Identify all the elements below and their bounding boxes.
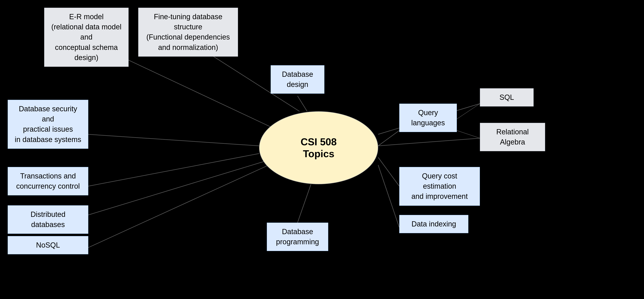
distributed-box: Distributed databases bbox=[8, 205, 88, 234]
svg-line-4 bbox=[88, 161, 265, 215]
svg-line-6 bbox=[298, 96, 307, 111]
svg-line-8 bbox=[378, 130, 399, 146]
diagram-container: E-R model (relational data model and con… bbox=[0, 0, 644, 299]
center-title: CSI 508 Topics bbox=[300, 136, 337, 160]
svg-line-7 bbox=[298, 184, 311, 222]
sql-box: SQL bbox=[480, 88, 534, 106]
svg-line-2 bbox=[88, 134, 259, 146]
transactions-box: Transactions and concurrency control bbox=[8, 167, 88, 195]
svg-line-10 bbox=[378, 138, 480, 146]
svg-line-13 bbox=[457, 104, 480, 119]
svg-line-14 bbox=[457, 130, 480, 138]
svg-line-11 bbox=[378, 157, 399, 186]
fine-tuning-box: Fine-tuning database structure (Function… bbox=[138, 8, 238, 56]
svg-line-5 bbox=[88, 165, 269, 248]
data-indexing-box: Data indexing bbox=[399, 215, 468, 233]
center-ellipse: CSI 508 Topics bbox=[259, 111, 378, 184]
db-programming-box: Database programming bbox=[267, 222, 328, 251]
nosql-box: NoSQL bbox=[8, 236, 88, 254]
relational-algebra-box: Relational Algebra bbox=[480, 123, 545, 151]
er-model-box: E-R model (relational data model and con… bbox=[44, 8, 128, 67]
svg-line-12 bbox=[378, 165, 399, 228]
db-design-box: Database design bbox=[271, 65, 324, 94]
query-cost-box: Query cost estimation and improvement bbox=[399, 167, 480, 206]
db-security-box: Database security and practical issues i… bbox=[8, 100, 88, 149]
svg-line-3 bbox=[88, 154, 259, 186]
query-languages-box: Query languages bbox=[399, 104, 457, 132]
